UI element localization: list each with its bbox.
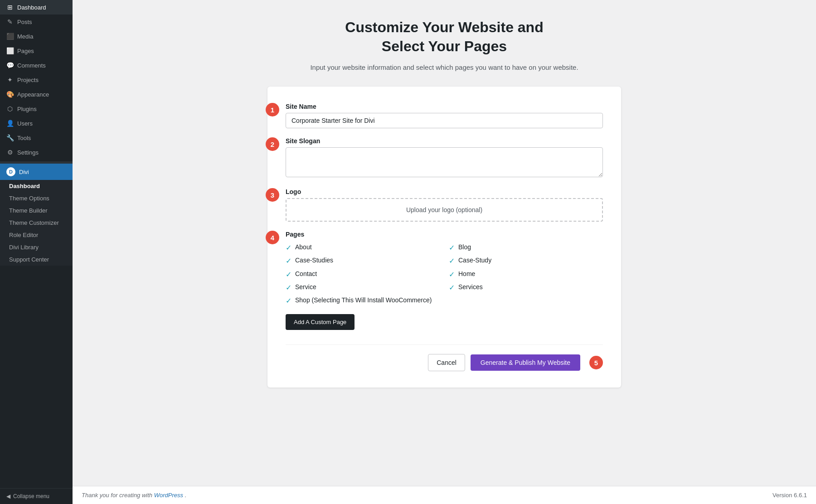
sidebar-label-appearance: Appearance xyxy=(17,91,49,98)
dashboard-icon: ⊞ xyxy=(6,4,14,11)
page-label-home: Home xyxy=(458,270,475,277)
site-name-input[interactable] xyxy=(286,113,603,128)
page-label-service: Service xyxy=(295,283,316,291)
sidebar-label-projects: Projects xyxy=(17,77,39,83)
sidebar-item-theme-customizer[interactable]: Theme Customizer xyxy=(0,217,73,229)
page-label-contact: Contact xyxy=(295,270,317,277)
sidebar-item-dashboard[interactable]: ⊞Dashboard xyxy=(0,0,73,15)
step-1-badge: 1 xyxy=(266,103,279,116)
check-icon-case-studies: ✓ xyxy=(286,257,291,265)
sidebar-item-pages[interactable]: ⬜Pages xyxy=(0,44,73,58)
collapse-menu-button[interactable]: ◀Collapse menu xyxy=(0,488,73,504)
site-slogan-input[interactable] xyxy=(286,147,603,177)
check-icon-contact: ✓ xyxy=(286,270,291,279)
generate-publish-button[interactable]: Generate & Publish My Website xyxy=(471,354,580,371)
page-label-blog: Blog xyxy=(458,243,471,251)
sidebar-label-settings: Settings xyxy=(17,149,39,156)
settings-icon: ⚙ xyxy=(6,149,14,156)
page-footer: Thank you for creating with WordPress . … xyxy=(73,486,816,504)
step-4-badge: 4 xyxy=(266,231,279,244)
sidebar-label-posts: Posts xyxy=(17,19,32,25)
check-icon-about: ✓ xyxy=(286,243,291,252)
page-item-case-studies[interactable]: ✓Case-Studies xyxy=(286,257,440,265)
card-footer: Cancel Generate & Publish My Website 5 xyxy=(286,344,603,371)
sidebar-label-comments: Comments xyxy=(17,62,46,69)
sidebar-item-plugins[interactable]: ⬡Plugins xyxy=(0,102,73,116)
sidebar-item-dashboard-sub[interactable]: Dashboard xyxy=(0,180,73,192)
sidebar-item-support-center[interactable]: Support Center xyxy=(0,253,73,266)
check-icon-case-study: ✓ xyxy=(449,257,455,265)
sidebar-item-posts[interactable]: ✎Posts xyxy=(0,15,73,29)
wordpress-link[interactable]: WordPress xyxy=(154,492,183,499)
sidebar-item-settings[interactable]: ⚙Settings xyxy=(0,145,73,160)
sidebar-item-media[interactable]: ⬛Media xyxy=(0,29,73,44)
page-item-home[interactable]: ✓Home xyxy=(449,270,603,279)
page-subtitle: Input your website information and selec… xyxy=(310,62,578,73)
sidebar-item-divi-library[interactable]: Divi Library xyxy=(0,241,73,253)
step-5-badge: 5 xyxy=(589,356,603,369)
projects-icon: ✦ xyxy=(6,76,14,83)
collapse-label: Collapse menu xyxy=(13,493,49,499)
version-text: Version 6.6.1 xyxy=(772,492,807,499)
appearance-icon: 🎨 xyxy=(6,91,14,98)
step-3-badge: 3 xyxy=(266,188,279,202)
media-icon: ⬛ xyxy=(6,33,14,40)
site-slogan-group: 2 Site Slogan xyxy=(286,137,603,179)
sidebar-label-users: Users xyxy=(17,120,33,127)
sidebar-item-theme-options[interactable]: Theme Options xyxy=(0,192,73,204)
site-slogan-label: Site Slogan xyxy=(286,137,603,145)
site-name-group: 1 Site Name xyxy=(286,103,603,128)
page-label-case-study: Case-Study xyxy=(458,257,491,264)
site-name-label: Site Name xyxy=(286,103,603,110)
check-icon-blog: ✓ xyxy=(449,243,455,252)
sidebar-item-comments[interactable]: 💬Comments xyxy=(0,58,73,73)
cancel-button[interactable]: Cancel xyxy=(428,354,465,371)
step-2-badge: 2 xyxy=(266,137,279,151)
page-title: Customize Your Website and Select Your P… xyxy=(345,18,543,56)
sidebar-item-divi[interactable]: DDivi xyxy=(0,164,73,180)
page-item-blog[interactable]: ✓Blog xyxy=(449,243,603,252)
page-item-about[interactable]: ✓About xyxy=(286,243,440,252)
page-item-service[interactable]: ✓Service xyxy=(286,283,440,292)
divi-label: Divi xyxy=(19,169,29,175)
main-content: Customize Your Website and Select Your P… xyxy=(73,0,816,504)
page-item-case-study[interactable]: ✓Case-Study xyxy=(449,257,603,265)
check-icon-shop: ✓ xyxy=(286,296,291,305)
sidebar-label-pages: Pages xyxy=(17,48,34,54)
divi-logo-icon: D xyxy=(6,167,15,176)
page-item-contact[interactable]: ✓Contact xyxy=(286,270,440,279)
add-custom-page-button[interactable]: Add A Custom Page xyxy=(286,314,355,330)
posts-icon: ✎ xyxy=(6,18,14,25)
sidebar-label-media: Media xyxy=(17,33,33,40)
sidebar-item-role-editor[interactable]: Role Editor xyxy=(0,229,73,241)
pages-label: Pages xyxy=(286,231,603,238)
page-item-services[interactable]: ✓Services xyxy=(449,283,603,292)
pages-icon: ⬜ xyxy=(6,47,14,54)
sidebar: ⊞Dashboard✎Posts⬛Media⬜Pages💬Comments✦Pr… xyxy=(0,0,73,504)
tools-icon: 🔧 xyxy=(6,134,14,141)
page-label-services: Services xyxy=(458,283,483,291)
page-label-about: About xyxy=(295,243,312,251)
sidebar-item-tools[interactable]: 🔧Tools xyxy=(0,131,73,145)
sidebar-item-theme-builder[interactable]: Theme Builder xyxy=(0,204,73,217)
logo-label: Logo xyxy=(286,188,603,195)
users-icon: 👤 xyxy=(6,120,14,127)
logo-upload-button[interactable]: Upload your logo (optional) xyxy=(286,198,603,222)
form-card: 1 Site Name 2 Site Slogan 3 Logo Upload … xyxy=(267,87,621,388)
check-icon-home: ✓ xyxy=(449,270,455,279)
sidebar-item-projects[interactable]: ✦Projects xyxy=(0,73,73,87)
page-item-shop[interactable]: ✓Shop (Selecting This Will Install WooCo… xyxy=(286,296,440,305)
footer-text: Thank you for creating with WordPress . xyxy=(82,492,186,499)
sidebar-item-appearance[interactable]: 🎨Appearance xyxy=(0,87,73,102)
check-icon-services: ✓ xyxy=(449,283,455,292)
page-label-case-studies: Case-Studies xyxy=(295,257,333,264)
check-icon-service: ✓ xyxy=(286,283,291,292)
page-label-shop: Shop (Selecting This Will Install WooCom… xyxy=(295,296,432,304)
sidebar-item-users[interactable]: 👤Users xyxy=(0,116,73,131)
sidebar-label-tools: Tools xyxy=(17,135,31,141)
pages-section: 4 Pages ✓About✓Blog✓Case-Studies✓Case-St… xyxy=(286,231,603,305)
comments-icon: 💬 xyxy=(6,62,14,69)
plugins-icon: ⬡ xyxy=(6,105,14,112)
sidebar-label-plugins: Plugins xyxy=(17,106,37,112)
pages-grid: ✓About✓Blog✓Case-Studies✓Case-Study✓Cont… xyxy=(286,243,603,305)
